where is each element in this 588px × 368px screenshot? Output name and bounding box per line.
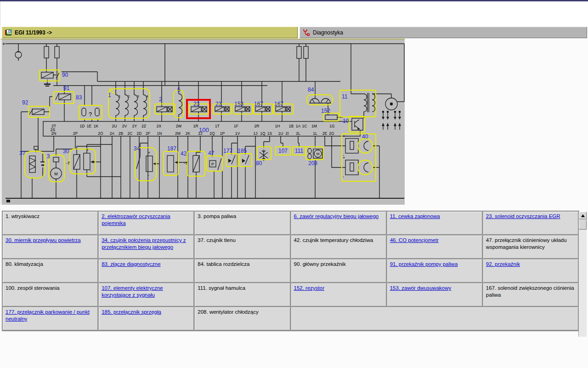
component-label-208[interactable]: 208 — [308, 160, 317, 167]
legend-text-84: 84. tablica rozdzielcza — [198, 261, 249, 267]
pin-label-2U: 2U — [112, 124, 117, 128]
tab-diagnostics[interactable]: Diagnostyka — [300, 27, 587, 38]
component-label-83[interactable]: 83 — [76, 94, 82, 101]
pin-label-1G: 1G — [329, 124, 334, 128]
legend-link-177[interactable]: 177. przełącznik parkowanie / punkt neut… — [6, 309, 90, 322]
component-label-100[interactable]: 100 — [199, 126, 209, 133]
legend-cell-3: 3. pompa paliwa — [195, 212, 290, 235]
tab-wiring-diagram[interactable]: EGI 11/1993 -> — [2, 27, 298, 38]
pin-label-2C: 2C — [128, 131, 133, 136]
component-label-42[interactable]: 42 — [181, 150, 187, 157]
legend-cell-152: 152. rezystor — [291, 283, 386, 306]
pin-label-2L: 2L — [296, 131, 300, 136]
legend-text-100: 100. zespół sterowania — [6, 285, 60, 291]
thermistor-symbol: -T — [184, 161, 188, 166]
component-label-167[interactable]: 167 — [274, 101, 283, 107]
component-label-2[interactable]: 2 — [159, 96, 162, 103]
component-label-152[interactable]: 152 — [321, 108, 330, 114]
pin-label-1B: 1B — [289, 124, 294, 128]
component-label-10[interactable]: 10 — [343, 118, 349, 124]
component-label-34[interactable]: 34 — [134, 145, 140, 152]
component-label-92[interactable]: 92 — [22, 99, 28, 106]
diagram-tab-icon — [5, 29, 12, 36]
scrollbar-thumb[interactable] — [579, 219, 587, 230]
legend-cell-46: 46. CO potencjometr — [387, 236, 482, 259]
pin-label-2E: 2E — [322, 131, 328, 136]
pin-label-1P: 1P — [220, 131, 225, 136]
injector-number-4: 4 — [146, 94, 148, 98]
pin-label-1L: 1L — [313, 131, 317, 136]
component-label-37[interactable]: 37 — [19, 150, 26, 156]
component-label-187[interactable]: 187 — [167, 145, 176, 152]
component-label-40[interactable]: 40 — [362, 133, 368, 140]
legend-text-208: 208. wentylator chłodzący — [198, 309, 258, 315]
component-label-3[interactable]: 3 — [47, 153, 50, 160]
component-label-80[interactable]: 80 — [256, 160, 262, 167]
legend-cell-185: 185. przełącznik sprzęgła — [99, 307, 194, 330]
diagnostics-stethoscope-icon — [303, 29, 310, 36]
pin-label-1V: 1V — [235, 131, 240, 136]
legend-link-91[interactable]: 91. przekaźnik pompy paliwa — [390, 261, 458, 267]
pin-label-2P: 2P — [73, 131, 78, 136]
minus-symbol: - — [148, 173, 149, 178]
component-label-1[interactable]: 1 — [108, 92, 111, 98]
component-label-177[interactable]: 177 — [223, 148, 232, 154]
switch-glyphs — [228, 159, 245, 163]
legend-link-30[interactable]: 30. miernik przepływu powietrza — [6, 237, 81, 243]
question-symbol: ? — [89, 111, 92, 118]
legend-cell-111: 111. sygnał hamulca — [195, 283, 290, 306]
legend-link-6[interactable]: 6. zawór regulacyjny biegu jałowego — [294, 213, 379, 219]
component-label-30[interactable]: 30 — [63, 148, 69, 155]
plus-symbol: + — [343, 155, 345, 160]
legend-link-46[interactable]: 46. CO potencjometr — [390, 237, 439, 243]
component-label-84[interactable]: 84 — [308, 86, 314, 93]
thermistor-symbol: -T — [66, 161, 70, 166]
component-label-47[interactable]: 47 — [208, 150, 215, 156]
legend-cell-83: 83. złącze diagnostyczne — [99, 259, 194, 282]
component-label-23[interactable]: 23 — [215, 101, 222, 107]
component-label-11[interactable]: 11 — [342, 93, 348, 100]
pressure-symbol: P — [211, 162, 214, 167]
legend-link-107[interactable]: 107. elementy elektryczne korzystające z… — [102, 285, 163, 298]
legend-link-11[interactable]: 11. cewka zapłonowa — [390, 213, 440, 219]
legend-cell-91: 91. przekaźnik pompy paliwa — [387, 259, 482, 282]
component-label-23[interactable]: 23 — [193, 101, 200, 107]
pin-label-2D: 2D — [137, 131, 142, 136]
minus-symbol: - — [343, 174, 344, 179]
legend-link-185[interactable]: 185. przełącznik sprzęgła — [102, 309, 161, 315]
pin-label-1J: 1J — [254, 131, 258, 136]
legend-link-153[interactable]: 153. zawór dwusuwakowy — [390, 285, 452, 291]
component-label-111[interactable]: 111 — [295, 148, 304, 154]
scroll-up-button[interactable] — [579, 212, 587, 219]
minus-symbol: - — [90, 168, 91, 173]
component-label-91[interactable]: 91 — [63, 85, 70, 92]
legend-cell-2: 2. elektrozawór oczyszczania pojemnika — [99, 212, 194, 235]
legend-scrollbar[interactable] — [578, 212, 587, 337]
legend-text-42: 42. czujnik temperatury chłodziwa — [294, 237, 373, 243]
transistor-symbol — [352, 118, 363, 130]
component-label-90[interactable]: 90 — [62, 72, 68, 78]
component-label-167[interactable]: 167 — [254, 101, 263, 107]
legend-cell-177: 177. przełącznik parkowanie / punkt neut… — [3, 307, 98, 330]
pin-label-2R: 2R — [254, 124, 260, 128]
legend-text-1: 1. wtryskiwacz — [6, 213, 40, 219]
pin-label-2Z: 2Z — [141, 124, 146, 128]
tab-wiring-diagram-label: EGI 11/1993 -> — [15, 29, 52, 36]
pin-label-1F: 1F — [234, 124, 238, 128]
wiring-diagram-canvas[interactable]: 2T1D1E1K2U2V2Y2Z2X2W1R1T1F2R1H1B1A1C1M1G… — [0, 39, 405, 205]
legend-cell-empty — [291, 307, 579, 330]
pin-label-1N: 1N — [157, 131, 162, 136]
legend-link-92[interactable]: 92. przekaźnik — [486, 261, 520, 267]
legend-link-34[interactable]: 34. czujnik położenia przepustnicy z prz… — [102, 237, 186, 250]
component-label-153[interactable]: 153 — [234, 101, 243, 107]
application-window: EGI 11/1993 -> Diagnostyka — [0, 0, 588, 368]
legend-link-152[interactable]: 152. rezystor — [294, 285, 324, 291]
component-label-185[interactable]: 185 — [237, 148, 247, 154]
legend-link-23[interactable]: 23. solenoid oczyszczania EGR — [486, 213, 560, 219]
legend-link-2[interactable]: 2. elektrozawór oczyszczania pojemnika — [102, 213, 170, 226]
legend-link-83[interactable]: 83. złącze diagnostyczne — [102, 261, 161, 267]
legend-cell-1: 1. wtryskiwacz — [3, 212, 98, 235]
component-label-107[interactable]: 107 — [278, 148, 288, 154]
component-label-6[interactable]: 6 — [177, 86, 181, 93]
pin-label-2K: 2K — [186, 131, 191, 136]
